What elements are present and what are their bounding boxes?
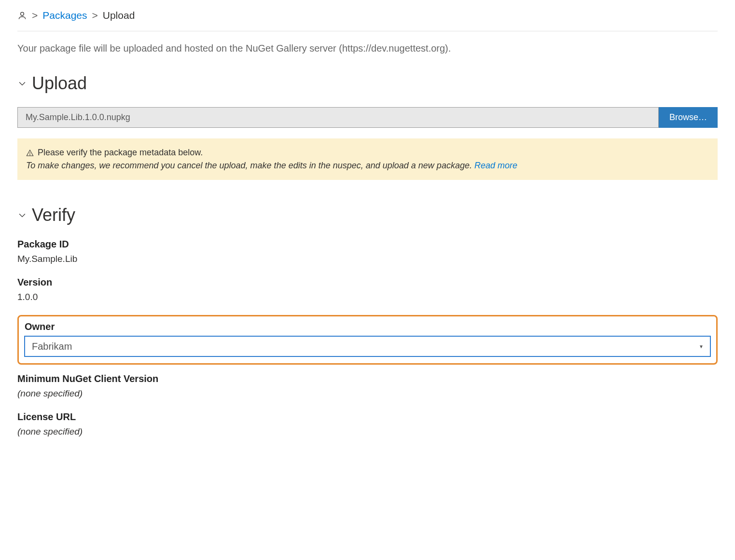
verify-alert: Please verify the package metadata below… — [17, 138, 718, 180]
field-version: Version 1.0.0 — [17, 277, 718, 302]
owner-select[interactable]: Fabrikam — [25, 336, 710, 356]
alert-read-more-link[interactable]: Read more — [474, 161, 517, 170]
breadcrumb: > Packages > Upload — [17, 10, 718, 31]
owner-highlight-box: Owner Fabrikam ▼ — [17, 315, 718, 365]
intro-text: Your package file will be uploaded and h… — [17, 43, 718, 54]
breadcrumb-sep: > — [32, 10, 38, 21]
filename-input[interactable]: My.Sample.Lib.1.0.0.nupkg — [17, 107, 659, 128]
version-value: 1.0.0 — [17, 292, 718, 302]
field-package-id: Package ID My.Sample.Lib — [17, 239, 718, 264]
alert-line1: Please verify the package metadata below… — [38, 146, 203, 159]
version-label: Version — [17, 277, 718, 288]
package-id-value: My.Sample.Lib — [17, 254, 718, 264]
upload-heading: Upload — [32, 73, 87, 94]
min-client-label: Minimum NuGet Client Version — [17, 373, 718, 384]
license-url-value: (none specified) — [17, 426, 718, 437]
chevron-down-icon — [17, 210, 27, 220]
browse-button[interactable]: Browse… — [659, 107, 718, 128]
verify-heading: Verify — [32, 205, 75, 225]
verify-section-toggle[interactable]: Verify — [17, 205, 718, 225]
field-license-url: License URL (none specified) — [17, 411, 718, 437]
min-client-value: (none specified) — [17, 388, 718, 399]
owner-label: Owner — [25, 321, 710, 332]
alert-line2: To make changes, we recommend you cancel… — [26, 161, 474, 170]
breadcrumb-current: Upload — [103, 10, 135, 21]
user-icon[interactable] — [17, 11, 27, 20]
breadcrumb-sep: > — [92, 10, 98, 21]
breadcrumb-packages-link[interactable]: Packages — [42, 10, 87, 21]
upload-section-toggle[interactable]: Upload — [17, 73, 718, 94]
package-id-label: Package ID — [17, 239, 718, 250]
license-url-label: License URL — [17, 411, 718, 423]
field-min-client: Minimum NuGet Client Version (none speci… — [17, 373, 718, 399]
warning-icon — [26, 149, 34, 157]
svg-point-0 — [21, 12, 24, 15]
svg-point-2 — [30, 154, 30, 155]
upload-row: My.Sample.Lib.1.0.0.nupkg Browse… — [17, 107, 718, 128]
chevron-down-icon — [17, 79, 27, 88]
